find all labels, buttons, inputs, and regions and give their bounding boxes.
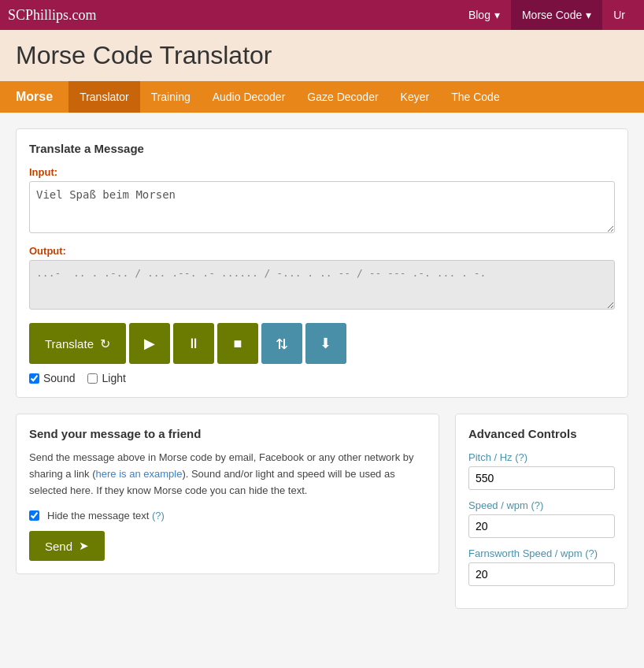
input-textarea[interactable]: Viel Spaß beim Morsen xyxy=(29,181,615,233)
send-button[interactable]: Send ➤ xyxy=(29,531,105,561)
output-textarea[interactable] xyxy=(29,260,615,310)
hide-checkbox[interactable] xyxy=(29,510,39,521)
subnav-translator-label: Translator xyxy=(80,91,129,103)
topnav-blog-arrow: ▾ xyxy=(494,9,500,21)
advanced-controls-title: Advanced Controls xyxy=(468,427,615,440)
action-buttons-row: Translate ↻ ▶ ⏸ ■ ⇄ ⬇ xyxy=(29,323,615,364)
farnsworth-hint[interactable]: (?) xyxy=(585,547,598,559)
translate-button[interactable]: Translate ↻ xyxy=(29,323,126,364)
subnav-the-code[interactable]: The Code xyxy=(440,81,510,113)
light-label: Light xyxy=(102,372,125,384)
subnav-training-label: Training xyxy=(151,91,191,103)
sound-checkbox[interactable] xyxy=(29,373,39,384)
pitch-field: Pitch / Hz (?) xyxy=(468,451,615,490)
translate-card-title: Translate a Message xyxy=(29,142,615,155)
stop-button[interactable]: ■ xyxy=(217,323,258,364)
light-checkbox[interactable] xyxy=(87,373,98,384)
topnav-morsecode-arrow: ▾ xyxy=(586,9,591,21)
speed-hint[interactable]: (?) xyxy=(531,499,544,511)
farnsworth-label: Farnsworth Speed / wpm (?) xyxy=(468,547,615,559)
send-button-label: Send xyxy=(45,540,72,553)
checkbox-row: Sound Light xyxy=(29,372,615,384)
light-checkbox-item: Light xyxy=(87,372,125,384)
output-label: Output: xyxy=(29,245,615,257)
topnav-ur-label: Ur xyxy=(613,9,625,21)
play-button[interactable]: ▶ xyxy=(129,323,170,364)
pitch-hint[interactable]: (?) xyxy=(515,451,527,463)
refresh-icon: ↻ xyxy=(100,336,110,351)
site-logo: SCPhillips.com xyxy=(8,7,457,24)
sub-nav-links: Translator Training Audio Decoder Gaze D… xyxy=(68,81,511,113)
top-nav: SCPhillips.com Blog ▾ Morse Code ▾ Ur xyxy=(0,0,644,30)
hide-checkbox-row: Hide the message text (?) xyxy=(29,510,426,521)
input-label: Input: xyxy=(29,166,615,178)
pause-button[interactable]: ⏸ xyxy=(173,323,214,364)
main-content: Translate a Message Input: Viel Spaß bei… xyxy=(0,113,644,625)
subnav-gaze-decoder[interactable]: Gaze Decoder xyxy=(296,81,389,113)
subnav-the-code-label: The Code xyxy=(451,91,499,103)
subnav-keyer[interactable]: Keyer xyxy=(390,81,441,113)
subnav-translator[interactable]: Translator xyxy=(68,81,140,113)
share-button[interactable]: ⇄ xyxy=(261,323,302,364)
subnav-gaze-decoder-label: Gaze Decoder xyxy=(307,91,378,103)
pitch-label: Pitch / Hz (?) xyxy=(468,451,615,463)
col-right: Advanced Controls Pitch / Hz (?) Speed /… xyxy=(455,414,628,609)
sound-checkbox-item: Sound xyxy=(29,372,75,384)
stop-icon: ■ xyxy=(234,336,242,352)
hide-hint: (?) xyxy=(152,510,165,521)
speed-input[interactable] xyxy=(468,514,615,538)
top-nav-links: Blog ▾ Morse Code ▾ Ur xyxy=(457,0,636,30)
pitch-input[interactable] xyxy=(468,466,615,490)
subnav-training[interactable]: Training xyxy=(140,81,202,113)
download-icon: ⬇ xyxy=(320,335,331,352)
play-icon: ▶ xyxy=(144,335,155,352)
topnav-ur[interactable]: Ur xyxy=(602,0,636,30)
subnav-audio-decoder[interactable]: Audio Decoder xyxy=(202,81,297,113)
topnav-morsecode[interactable]: Morse Code ▾ xyxy=(511,0,602,30)
topnav-morsecode-label: Morse Code xyxy=(522,9,582,21)
send-card: Send your message to a friend Send the m… xyxy=(16,414,439,574)
translate-card: Translate a Message Input: Viel Spaß bei… xyxy=(16,128,628,398)
subnav-keyer-label: Keyer xyxy=(401,91,430,103)
page-title: Morse Code Translator xyxy=(16,41,628,70)
send-icon: ➤ xyxy=(79,539,89,553)
sub-nav: Morse Translator Training Audio Decoder … xyxy=(0,81,644,113)
send-card-description: Send the message above in Morse code by … xyxy=(29,450,426,499)
example-link[interactable]: here is an example xyxy=(96,468,183,480)
output-field-group: Output: xyxy=(29,245,615,312)
pause-icon: ⏸ xyxy=(187,336,201,352)
download-button[interactable]: ⬇ xyxy=(305,323,346,364)
topnav-blog[interactable]: Blog ▾ xyxy=(457,0,511,30)
translate-button-label: Translate xyxy=(45,337,94,351)
farnsworth-input[interactable] xyxy=(468,562,615,586)
col-left: Send your message to a friend Send the m… xyxy=(16,414,439,609)
sound-label: Sound xyxy=(43,372,75,384)
bottom-cols: Send your message to a friend Send the m… xyxy=(16,414,628,609)
speed-label: Speed / wpm (?) xyxy=(468,499,615,511)
hide-label: Hide the message text (?) xyxy=(47,510,165,521)
speed-field: Speed / wpm (?) xyxy=(468,499,615,538)
sub-nav-brand: Morse xyxy=(0,90,68,104)
share-icon: ⇄ xyxy=(273,338,291,350)
farnsworth-field: Farnsworth Speed / wpm (?) xyxy=(468,547,615,586)
topnav-blog-label: Blog xyxy=(468,9,490,21)
advanced-controls-card: Advanced Controls Pitch / Hz (?) Speed /… xyxy=(455,414,628,609)
input-field-group: Input: Viel Spaß beim Morsen xyxy=(29,166,615,236)
subnav-audio-decoder-label: Audio Decoder xyxy=(213,91,286,103)
send-card-title: Send your message to a friend xyxy=(29,427,426,440)
page-title-bar: Morse Code Translator xyxy=(0,30,644,81)
